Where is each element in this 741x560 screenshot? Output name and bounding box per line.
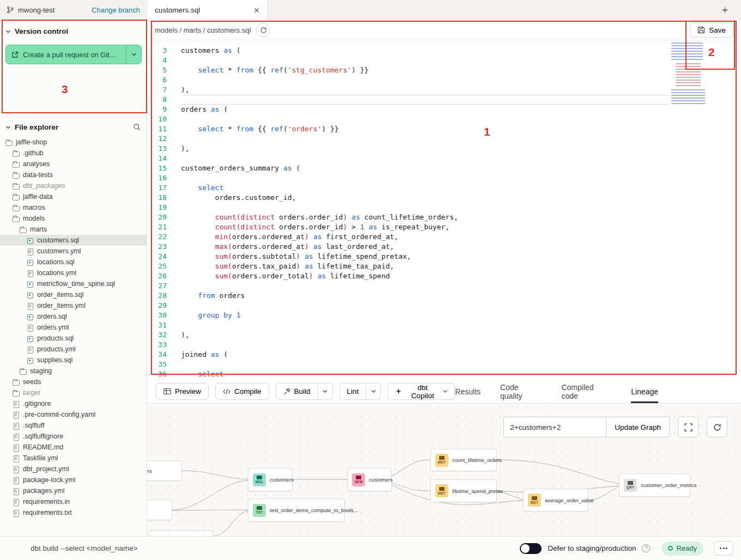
- file-item-data-tests[interactable]: data-tests: [0, 169, 147, 180]
- tab-code-quality[interactable]: Code quality: [500, 380, 542, 403]
- file-item-orders.yml[interactable]: orders.yml: [0, 322, 147, 333]
- lineage-node-customer_order_metrics[interactable]: QRYcustomer_order_metrics: [619, 473, 690, 497]
- code-line-27[interactable]: 27: [147, 281, 741, 291]
- defer-toggle[interactable]: [520, 543, 542, 554]
- close-icon[interactable]: [254, 8, 259, 13]
- file-item-order_items.yml[interactable]: order_items.yml: [0, 300, 147, 311]
- file-item-.sqlfluff[interactable]: .sqlfluff: [0, 420, 147, 431]
- file-item-README.md[interactable]: README.md: [0, 442, 147, 453]
- lineage-node-customers[interactable]: MDLcustomers: [248, 468, 293, 491]
- code-line-13[interactable]: 13),: [147, 144, 741, 154]
- dbt-copilot-button[interactable]: dbt Copilot: [387, 383, 455, 400]
- lineage-node-orders[interactable]: orders: [147, 500, 172, 520]
- code-line-8[interactable]: 8: [147, 95, 741, 105]
- tab-lineage[interactable]: Lineage: [631, 380, 658, 403]
- preview-button[interactable]: Preview: [156, 383, 209, 400]
- code-line-17[interactable]: 17 select: [147, 183, 741, 193]
- lineage-selector-input[interactable]: [503, 417, 606, 437]
- file-item-seeds[interactable]: seeds: [0, 376, 147, 387]
- lineage-node-average_order_value[interactable]: METaverage_order_value: [523, 489, 588, 512]
- code-line-33[interactable]: 33: [147, 340, 741, 350]
- build-button[interactable]: Build: [276, 383, 318, 400]
- code-line-24[interactable]: 24 sum(orders.subtotal) as lifetime_spen…: [147, 252, 741, 261]
- code-line-31[interactable]: 31: [147, 320, 741, 330]
- build-dropdown-button[interactable]: [318, 383, 333, 400]
- code-line-30[interactable]: 30 group by 1: [147, 311, 741, 320]
- code-line-20[interactable]: 20 count(distinct orders.order_id) as co…: [147, 212, 741, 222]
- code-line-29[interactable]: 29: [147, 301, 741, 311]
- code-line-7[interactable]: 7),: [147, 85, 741, 95]
- file-item-orders.sql[interactable]: orders.sql: [0, 311, 147, 322]
- file-item-packages.yml[interactable]: packages.yml: [0, 485, 147, 496]
- lineage-panel[interactable]: stg_customersordersMDLcustomersSEMcustom…: [147, 403, 741, 536]
- file-item-models[interactable]: models: [0, 213, 147, 224]
- code-line-12[interactable]: 12: [147, 134, 741, 144]
- code-line-19[interactable]: 19: [147, 203, 741, 212]
- change-branch-link[interactable]: Change branch: [92, 6, 140, 14]
- new-tab-plus-icon[interactable]: [718, 3, 731, 16]
- file-item-products.yml[interactable]: products.yml: [0, 344, 147, 355]
- file-item-macros[interactable]: macros: [0, 202, 147, 213]
- version-control-header[interactable]: Version control: [5, 27, 141, 35]
- file-item-locations.sql[interactable]: locations.sql: [0, 257, 147, 267]
- code-line-9[interactable]: 9orders as (: [147, 105, 741, 114]
- lineage-node-lifetime_spend_pretax[interactable]: METlifetime_spend_pretax: [430, 479, 497, 502]
- file-item-.gitignore[interactable]: .gitignore: [0, 398, 147, 409]
- file-item-staging[interactable]: staging: [0, 366, 147, 376]
- search-icon[interactable]: [133, 123, 141, 131]
- create-pr-button[interactable]: Create a pull request on Git…: [6, 45, 126, 64]
- code-line-16[interactable]: 16: [147, 173, 741, 183]
- code-line-4[interactable]: 4: [147, 56, 741, 65]
- code-editor[interactable]: 3customers as (45 select * from {{ ref('…: [147, 40, 741, 380]
- lineage-node-customers[interactable]: SEMcustomers: [347, 468, 392, 491]
- tab-results[interactable]: Results: [455, 380, 481, 403]
- code-line-35[interactable]: 35: [147, 360, 741, 369]
- lint-dropdown-button[interactable]: [366, 383, 381, 400]
- model-actions-button[interactable]: [256, 23, 270, 37]
- file-item-supplies.sql[interactable]: supplies.sql: [0, 355, 147, 366]
- file-item-customers.sql[interactable]: customers.sql: [0, 235, 147, 246]
- lint-button[interactable]: Lint: [339, 383, 367, 400]
- code-line-25[interactable]: 25 sum(orders.tax_paid) as lifetime_tax_…: [147, 261, 741, 271]
- code-line-14[interactable]: 14: [147, 154, 741, 163]
- file-item-jaffle-data[interactable]: jaffle-data: [0, 191, 147, 202]
- code-line-3[interactable]: 3customers as (: [147, 46, 741, 56]
- code-line-28[interactable]: 28 from orders: [147, 291, 741, 301]
- lineage-node-count_lifetime_orders[interactable]: METcount_lifetime_orders: [430, 449, 497, 471]
- file-item-metricflow_time_spine.sql[interactable]: metricflow_time_spine.sql: [0, 278, 147, 289]
- file-item-products.sql[interactable]: products.sql: [0, 333, 147, 344]
- refresh-button[interactable]: [707, 417, 727, 437]
- code-line-11[interactable]: 11 select * from {{ ref('orders') }}: [147, 124, 741, 134]
- file-item-customers.yml[interactable]: customers.yml: [0, 246, 147, 257]
- code-line-5[interactable]: 5 select * from {{ ref('stg_customers') …: [147, 65, 741, 75]
- file-item-jaffle-shop[interactable]: jaffle-shop: [0, 137, 147, 148]
- lineage-node-test_order_items_compute_to_bools…[interactable]: TSTtest_order_items_compute_to_bools…: [248, 498, 345, 522]
- code-line-23[interactable]: 23 max(orders.ordered_at) as last_ordere…: [147, 242, 741, 252]
- minimap[interactable]: [670, 41, 716, 106]
- code-line-22[interactable]: 22 min(orders.ordered_at) as first_order…: [147, 232, 741, 242]
- tab-customers-sql[interactable]: customers.sql: [147, 0, 268, 20]
- file-explorer-header[interactable]: File explorer: [0, 123, 147, 131]
- file-item-Taskfile.yml[interactable]: Taskfile.yml: [0, 453, 147, 464]
- file-item-.sqlfluffignore[interactable]: .sqlfluffignore: [0, 431, 147, 442]
- code-line-21[interactable]: 21 count(distinct orders.order_id) > 1 a…: [147, 222, 741, 232]
- lineage-node-partial[interactable]: [149, 531, 213, 536]
- file-item-requirements.txt[interactable]: requirements.txt: [0, 507, 147, 518]
- file-item-target[interactable]: target: [0, 387, 147, 398]
- file-item-.github[interactable]: .github: [0, 148, 147, 159]
- code-line-15[interactable]: 15customer_orders_summary as (: [147, 163, 741, 173]
- save-button[interactable]: Save: [690, 22, 733, 38]
- file-item-order_items.sql[interactable]: order_items.sql: [0, 289, 147, 300]
- code-line-36[interactable]: 36 select: [147, 369, 741, 379]
- update-graph-button[interactable]: Update Graph: [606, 417, 670, 437]
- code-line-6[interactable]: 6: [147, 75, 741, 85]
- file-item-requirements.in[interactable]: requirements.in: [0, 496, 147, 507]
- code-line-34[interactable]: 34joined as (: [147, 350, 741, 360]
- file-item-analyses[interactable]: analyses: [0, 159, 147, 169]
- help-icon[interactable]: [642, 544, 650, 552]
- code-line-32[interactable]: 32),: [147, 330, 741, 340]
- lineage-node-stg_customers[interactable]: stg_customers: [147, 460, 182, 481]
- file-item-dbt_packages[interactable]: dbt_packages: [0, 180, 147, 191]
- file-item-package-lock.yml[interactable]: package-lock.yml: [0, 474, 147, 485]
- code-line-18[interactable]: 18 orders.customer_id,: [147, 193, 741, 203]
